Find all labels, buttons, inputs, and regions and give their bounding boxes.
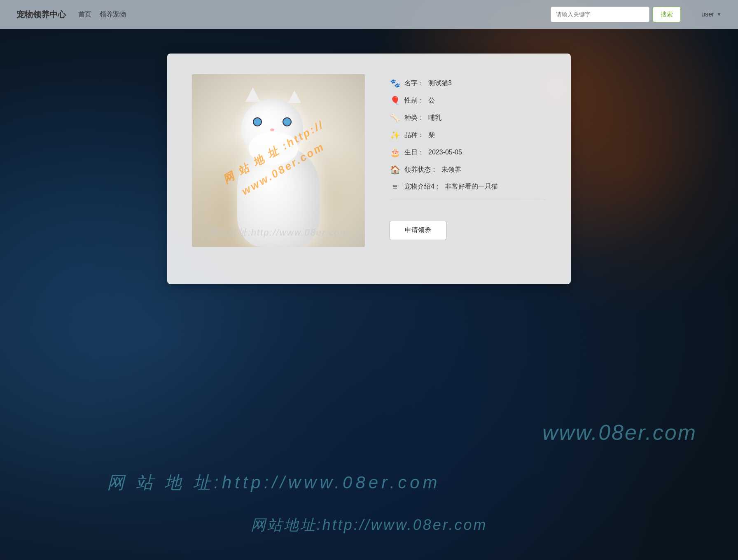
type-label: 种类：	[404, 114, 424, 122]
chevron-down-icon: ▼	[717, 12, 722, 17]
info-row-gender: 🎈 性别： 公	[390, 96, 546, 105]
type-value: 哺乳	[428, 114, 441, 122]
paw-icon: 🐾	[390, 78, 400, 88]
pet-info: 🐾 名字： 测试猫3 🎈 性别： 公 🦴 种类： 哺乳 ✨ 品种： 柴 🎂	[390, 74, 546, 264]
info-row-birthday: 🎂 生日： 2023-05-05	[390, 147, 546, 157]
user-menu[interactable]: user ▼	[701, 11, 722, 18]
info-row-status: 🏠 领养状态： 未领养	[390, 165, 546, 175]
cat-chest	[249, 132, 298, 165]
info-row-name: 🐾 名字： 测试猫3	[390, 78, 546, 88]
search-input[interactable]	[551, 7, 649, 22]
nav-link-adopt[interactable]: 领养宠物	[100, 10, 126, 19]
status-label: 领养状态：	[404, 166, 437, 174]
gender-icon: 🎈	[390, 96, 400, 105]
breed-value: 柴	[428, 131, 435, 140]
gender-label: 性别：	[404, 96, 424, 105]
status-value: 未领养	[441, 166, 461, 174]
cat-ear-left	[245, 87, 260, 102]
breed-icon: ✨	[390, 130, 400, 140]
info-row-breed: ✨ 品种： 柴	[390, 130, 546, 140]
nav-link-home[interactable]: 首页	[78, 10, 91, 19]
navbar: 宠物领养中心 首页 领养宠物 搜索 user ▼	[0, 0, 738, 29]
breed-label: 品种：	[404, 131, 424, 140]
info-row-type: 🦴 种类： 哺乳	[390, 113, 546, 123]
type-icon: 🦴	[390, 113, 400, 123]
status-icon: 🏠	[390, 165, 400, 175]
birthday-value: 2023-05-05	[428, 149, 462, 156]
search-button[interactable]: 搜索	[653, 7, 681, 22]
main-area: 网 站 地 址 :http:// www.08er.com 网站地址:http:…	[0, 29, 738, 560]
desc-label: 宠物介绍4：	[404, 182, 441, 191]
gender-value: 公	[428, 96, 435, 105]
adopt-button[interactable]: 申请领养	[390, 221, 446, 240]
nav-search: 搜索	[551, 7, 681, 22]
desc-icon: ≡	[390, 182, 400, 191]
pet-image-wrapper: 网 站 地 址 :http:// www.08er.com 网站地址:http:…	[192, 74, 365, 247]
name-value: 测试猫3	[428, 79, 452, 88]
birthday-icon: 🎂	[390, 147, 400, 157]
cat-nose	[270, 128, 274, 131]
nav-brand: 宠物领养中心	[16, 9, 66, 20]
info-row-desc: ≡ 宠物介绍4： 非常好看的一只猫	[390, 182, 546, 191]
pet-detail-card: 网 站 地 址 :http:// www.08er.com 网站地址:http:…	[167, 54, 571, 284]
birthday-label: 生日：	[404, 148, 424, 157]
pet-image: 网 站 地 址 :http:// www.08er.com 网站地址:http:…	[192, 74, 365, 247]
cat-eye-left	[253, 117, 262, 126]
divider	[390, 200, 546, 200]
nav-links: 首页 领养宠物	[78, 10, 126, 19]
cat-eye-right	[283, 117, 292, 126]
name-label: 名字：	[404, 79, 424, 88]
user-label: user	[701, 11, 714, 18]
cat-ear-right	[288, 91, 301, 103]
desc-value: 非常好看的一只猫	[445, 182, 498, 191]
